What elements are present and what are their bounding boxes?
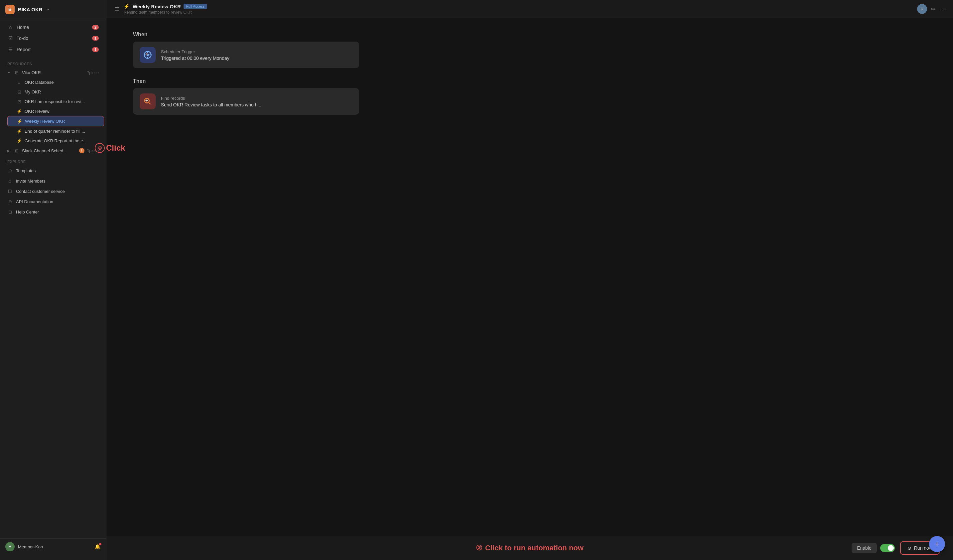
vika-okr-tree: ▼ ⊞ Vika OKR 7piece # OKR Database ⊡ My … xyxy=(0,68,106,146)
templates-icon: ⊙ xyxy=(7,168,12,173)
workspace-icon: B xyxy=(5,5,15,14)
action-card[interactable]: Find records Send OKR Review tasks to al… xyxy=(133,88,359,115)
main-content: ☰ ⚡ Weekly Review OKR Full Access Remind… xyxy=(106,0,953,560)
tree-item-weekly-review[interactable]: ⚡ Weekly Review OKR xyxy=(7,116,104,126)
sidebar-toggle-button[interactable]: ☰ xyxy=(113,5,120,14)
sidebar-item-report[interactable]: ☰ Report 1 xyxy=(2,44,104,55)
explore-item-invite[interactable]: ☺ Invite Members xyxy=(2,176,104,186)
toggle-knob xyxy=(888,545,894,551)
page-lightning-icon: ⚡ xyxy=(124,3,130,9)
tree-item-end-quarter[interactable]: ⚡ End of quarter reminder to fill ... xyxy=(7,126,104,136)
find-records-icon xyxy=(140,93,156,109)
action-title: Find records xyxy=(161,96,261,101)
run-now-icon: ⊙ xyxy=(908,545,911,551)
explore-item-api-docs[interactable]: ⊕ API Documentation xyxy=(2,197,104,207)
sidebar-footer[interactable]: M Member-Kon 🔔 xyxy=(0,538,106,555)
my-okr-label: My OKR xyxy=(25,90,99,95)
page-title: Weekly Review OKR xyxy=(133,4,181,9)
help-icon: ⊡ xyxy=(7,209,12,214)
resources-section-header: Resources xyxy=(0,58,106,68)
tree-item-okr-database[interactable]: # OKR Database xyxy=(7,78,104,87)
sidebar: B BIKA OKR ▾ ⌂ Home 2 ☑ To-do 1 ☰ Report… xyxy=(0,0,106,560)
annotation-run-circle: ② xyxy=(476,544,483,552)
vika-okr-count: 7piece xyxy=(87,70,99,75)
api-docs-label: API Documentation xyxy=(16,199,99,204)
report-label: Report xyxy=(17,47,89,52)
enable-label: Enable xyxy=(852,543,877,553)
okr-responsible-label: OKR I am responsible for revi... xyxy=(25,99,99,104)
vika-okr-children: # OKR Database ⊡ My OKR ⊡ OKR I am respo… xyxy=(0,78,106,146)
workspace-header[interactable]: B BIKA OKR ▾ xyxy=(0,0,106,19)
page-title-block: ⚡ Weekly Review OKR Full Access Remind t… xyxy=(124,3,207,15)
hash-icon: # xyxy=(17,80,22,85)
vika-okr-label: Vika OKR xyxy=(22,70,84,75)
action-desc: Send OKR Review tasks to all members who… xyxy=(161,102,261,107)
invite-icon: ☺ xyxy=(7,178,12,183)
table-icon: ⊡ xyxy=(17,90,22,95)
then-label: Then xyxy=(133,78,927,84)
slack-label: Slack Channel Sched... xyxy=(22,148,76,153)
contact-label: Contact customer service xyxy=(16,189,99,194)
chevron-down-icon: ▾ xyxy=(47,7,49,12)
tree-item-generate-okr[interactable]: ⚡ Generate OKR Report at the e... xyxy=(7,136,104,146)
workspace-name: BIKA OKR xyxy=(18,7,43,12)
trigger-card[interactable]: Scheduler Trigger Triggered at 00:00 eve… xyxy=(133,42,359,68)
explore-item-help[interactable]: ⊡ Help Center xyxy=(2,207,104,217)
explore-section-header: Explore xyxy=(0,156,106,166)
todo-badge: 1 xyxy=(92,36,99,40)
lightning1-icon: ⚡ xyxy=(17,109,22,114)
todo-icon: ☑ xyxy=(7,35,13,41)
access-badge: Full Access xyxy=(183,4,208,9)
page-title-row: ⚡ Weekly Review OKR Full Access xyxy=(124,3,207,9)
expand-arrow-slack-icon: ▶ xyxy=(7,149,11,153)
tree-item-my-okr[interactable]: ⊡ My OKR xyxy=(7,87,104,97)
lightning3-icon: ⚡ xyxy=(17,129,22,134)
tree-parent-vika-okr[interactable]: ▼ ⊞ Vika OKR 7piece xyxy=(2,68,104,78)
explore-item-contact[interactable]: ☐ Contact customer service xyxy=(2,186,104,197)
user-avatar: M xyxy=(5,542,15,551)
invite-label: Invite Members xyxy=(16,178,99,183)
action-text: Find records Send OKR Review tasks to al… xyxy=(161,96,261,107)
lightning2-icon: ⚡ xyxy=(17,119,22,124)
slack-warning-icon: ! xyxy=(79,148,84,153)
generate-okr-label: Generate OKR Report at the e... xyxy=(25,138,99,143)
edit-icon[interactable]: ✏ xyxy=(930,5,937,14)
enable-toggle-switch[interactable] xyxy=(880,544,895,552)
lightning4-icon: ⚡ xyxy=(17,138,22,143)
fab-button[interactable]: + xyxy=(929,536,945,552)
help-label: Help Center xyxy=(16,209,99,214)
bell-icon[interactable]: 🔔 xyxy=(95,544,101,550)
tree-item-okr-review[interactable]: ⚡ OKR Review xyxy=(7,106,104,116)
slack-grid-icon: ⊞ xyxy=(14,148,19,153)
home-label: Home xyxy=(17,25,89,30)
tree-item-slack[interactable]: ▶ ⊞ Slack Channel Sched... ! 1piece xyxy=(2,146,104,156)
annotation-run-now: ② Click to run automation now xyxy=(476,544,584,552)
trigger-desc: Triggered at 00:00 every Monday xyxy=(161,56,230,61)
explore-item-templates[interactable]: ⊙ Templates xyxy=(2,166,104,176)
end-quarter-label: End of quarter reminder to fill ... xyxy=(25,129,99,134)
bell-notification-dot xyxy=(99,543,101,545)
okr-database-label: OKR Database xyxy=(25,80,99,85)
when-section: When Scheduler Trigger Triggered at 00:0… xyxy=(133,32,927,68)
then-section: Then Find records Send OKR Review tasks … xyxy=(133,78,927,115)
api-icon: ⊕ xyxy=(7,199,12,204)
annotation-run-text: Click to run automation now xyxy=(485,544,584,552)
bottom-bar: ② Click to run automation now Enable ⊙ R… xyxy=(106,536,953,560)
tree-item-okr-responsible[interactable]: ⊡ OKR I am responsible for revi... xyxy=(7,97,104,106)
todo-label: To-do xyxy=(17,36,89,41)
nav-section: ⌂ Home 2 ☑ To-do 1 ☰ Report 1 xyxy=(0,19,106,58)
trigger-text: Scheduler Trigger Triggered at 00:00 eve… xyxy=(161,49,230,61)
contact-icon: ☐ xyxy=(7,189,12,194)
table2-icon: ⊡ xyxy=(17,99,22,104)
topbar-actions: U ✏ ··· xyxy=(917,4,946,14)
scheduler-icon xyxy=(140,47,156,63)
report-icon: ☰ xyxy=(7,47,13,53)
slack-count: 1piece xyxy=(87,148,99,153)
username-label: Member-Kon xyxy=(18,544,43,549)
sidebar-item-home[interactable]: ⌂ Home 2 xyxy=(2,22,104,33)
topbar-user-avatar[interactable]: U xyxy=(917,4,927,14)
sidebar-item-todo[interactable]: ☑ To-do 1 xyxy=(2,33,104,44)
more-options-icon[interactable]: ··· xyxy=(939,5,946,13)
report-badge: 1 xyxy=(92,47,99,52)
trigger-title: Scheduler Trigger xyxy=(161,49,230,54)
